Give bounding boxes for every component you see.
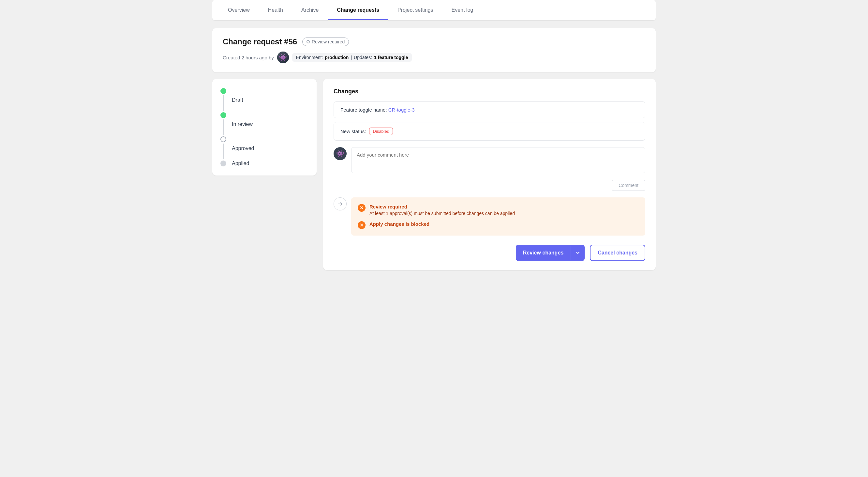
- meta-text: Created 2 hours ago by: [223, 55, 274, 60]
- status-badge-label: Review required: [312, 39, 345, 44]
- status-badge: Review required: [302, 37, 349, 46]
- warning-desc: At least 1 approval(s) must be submitted…: [369, 211, 515, 216]
- step-line-2: [223, 119, 224, 135]
- step-label-applied: Applied: [232, 160, 249, 167]
- change-request-header-card: Change request #56 Review required Creat…: [212, 28, 656, 72]
- step-label-draft: Draft: [232, 97, 243, 103]
- step-label-approved: Approved: [232, 146, 254, 151]
- cancel-changes-button[interactable]: Cancel changes: [590, 245, 645, 261]
- avatar: [277, 52, 289, 63]
- separator: |: [350, 55, 352, 60]
- nav-tabs: Overview Health Archive Change requests …: [212, 0, 656, 20]
- warning-text-review: Review required At least 1 approval(s) m…: [369, 204, 515, 216]
- updates-value: 1 feature toggle: [374, 55, 408, 60]
- toggle-name-box: Feature toggle name: CR-toggle-3: [334, 101, 645, 118]
- step-indicator-in-review: [220, 112, 227, 137]
- changes-title: Changes: [334, 88, 645, 95]
- card-header: Change request #56 Review required: [223, 37, 645, 46]
- environment-pill: Environment: production | Updates: 1 fea…: [292, 53, 412, 62]
- warning-icon-review: ✕: [358, 204, 366, 212]
- disabled-badge: Disabled: [369, 127, 393, 135]
- tab-overview[interactable]: Overview: [219, 0, 259, 20]
- warning-item-review: ✕ Review required At least 1 approval(s)…: [358, 204, 639, 216]
- comment-button[interactable]: Comment: [612, 180, 645, 191]
- toggle-name-link[interactable]: CR-toggle-3: [389, 107, 415, 113]
- toggle-label: Feature toggle name:: [340, 107, 387, 113]
- step-indicator-approved: [220, 137, 227, 160]
- step-in-review: In review: [220, 112, 309, 137]
- step-dot-in-review: [220, 112, 226, 118]
- apply-icon: [334, 198, 347, 210]
- tab-event-log[interactable]: Event log: [442, 0, 483, 20]
- step-dot-draft: [220, 88, 226, 94]
- environment-value: production: [325, 55, 348, 60]
- comment-btn-row: Comment: [334, 180, 645, 191]
- tab-project-settings[interactable]: Project settings: [389, 0, 442, 20]
- step-draft: Draft: [220, 88, 309, 112]
- tab-archive[interactable]: Archive: [292, 0, 328, 20]
- status-row: New status: Disabled: [340, 127, 639, 135]
- card-title: Change request #56: [223, 37, 297, 46]
- review-changes-dropdown-icon[interactable]: [570, 246, 585, 260]
- warning-icon-blocked: ✕: [358, 221, 366, 229]
- tab-change-requests[interactable]: Change requests: [328, 0, 389, 20]
- card-meta: Created 2 hours ago by Environment: prod…: [223, 52, 645, 63]
- status-badge-dot: [307, 40, 310, 43]
- warning-blocked-label: Apply changes is blocked: [369, 221, 429, 227]
- content-card: Changes Feature toggle name: CR-toggle-3…: [323, 79, 656, 270]
- apply-area: ✕ Review required At least 1 approval(s)…: [334, 198, 645, 236]
- step-dot-applied: [220, 160, 226, 167]
- comment-input[interactable]: [351, 147, 645, 173]
- user-avatar-image: [277, 52, 289, 63]
- environment-label: Environment:: [296, 55, 323, 60]
- warning-box: ✕ Review required At least 1 approval(s)…: [351, 198, 645, 236]
- toggle-name-row: Feature toggle name: CR-toggle-3: [340, 107, 639, 113]
- updates-label: Updates:: [354, 55, 372, 60]
- step-label-in-review: In review: [232, 121, 253, 127]
- warning-item-blocked: ✕ Apply changes is blocked: [358, 221, 639, 229]
- review-changes-label: Review changes: [516, 245, 571, 260]
- status-label: New status:: [340, 128, 366, 134]
- step-approved: Approved: [220, 137, 309, 160]
- review-changes-button[interactable]: Review changes: [516, 245, 585, 261]
- step-line-3: [223, 144, 224, 159]
- status-steps: Draft In review Approved: [220, 88, 309, 167]
- step-indicator-draft: [220, 88, 227, 112]
- tab-health[interactable]: Health: [259, 0, 292, 20]
- bottom-buttons: Review changes Cancel changes: [334, 245, 645, 261]
- comment-area: 👾: [334, 147, 645, 173]
- comment-avatar: 👾: [334, 147, 347, 160]
- two-col-layout: Draft In review Approved: [212, 79, 656, 270]
- status-box: New status: Disabled: [334, 122, 645, 141]
- sidebar-card: Draft In review Approved: [212, 79, 317, 176]
- step-applied: Applied: [220, 160, 309, 167]
- step-line-1: [223, 95, 224, 111]
- step-indicator-applied: [220, 160, 227, 167]
- step-dot-approved: [220, 137, 226, 142]
- warning-title: Review required: [369, 204, 515, 209]
